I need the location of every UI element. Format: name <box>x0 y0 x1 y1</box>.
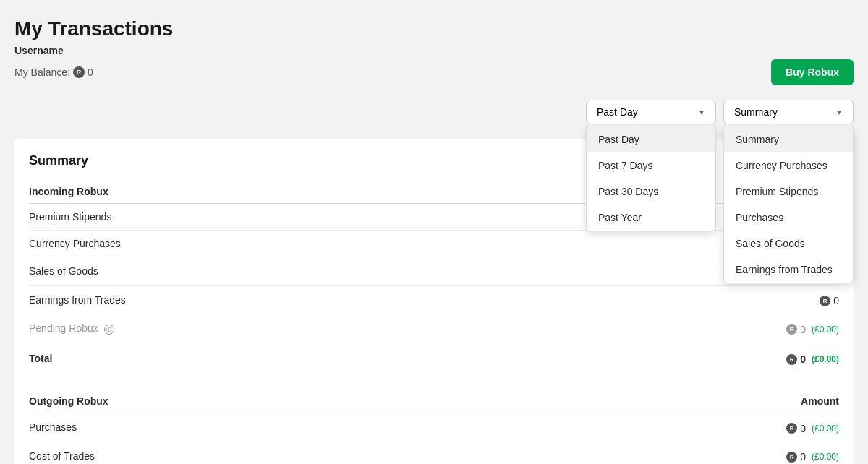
type-filter-wrapper: Summary ▼ Summary Currency Purchases Pre… <box>723 100 854 124</box>
robux-icon: R <box>786 324 797 335</box>
time-filter-wrapper: Past Day ▼ Past Day Past 7 Days Past 30 … <box>586 100 716 124</box>
type-filter-arrow-icon: ▼ <box>835 108 843 116</box>
table-row: Sales of Goods R 0 <box>29 257 839 286</box>
outgoing-section: Outgoing Robux Amount Purchases R 0 (£0.… <box>29 390 839 464</box>
buy-robux-button[interactable]: Buy Robux <box>771 59 854 85</box>
cost-of-trades-amount: R 0 (£0.00) <box>786 451 839 463</box>
filters-row: Past Day ▼ Past Day Past 7 Days Past 30 … <box>14 100 854 124</box>
pending-row: Pending Robux ⏱ R 0 (£0.00) <box>29 314 839 343</box>
purchases-currency: (£0.00) <box>812 424 839 434</box>
type-option-earnings-from-trades[interactable]: Earnings from Trades <box>724 257 853 283</box>
incoming-total-row: Total R 0 (£0.00) <box>29 343 839 372</box>
cost-of-trades-currency: (£0.00) <box>812 452 839 462</box>
balance-value: 0 <box>88 66 93 78</box>
time-option-past-30-days[interactable]: Past 30 Days <box>587 179 715 205</box>
incoming-total-value: R 0 (£0.00) <box>553 343 839 372</box>
time-option-past-year[interactable]: Past Year <box>587 205 715 231</box>
summary-title: Summary <box>29 153 839 168</box>
currency-purchases-label: Currency Purchases <box>29 231 553 257</box>
outgoing-header: Outgoing Robux <box>29 390 516 413</box>
incoming-total-number: 0 <box>800 353 806 365</box>
table-row: Currency Purchases <box>29 231 839 257</box>
incoming-total-currency: (£0.00) <box>812 354 839 364</box>
outgoing-amount-header: Amount <box>516 390 839 413</box>
incoming-table: Incoming Robux Premium Stipends Currency… <box>29 180 839 372</box>
type-option-premium-stipends[interactable]: Premium Stipends <box>724 179 853 205</box>
table-row: Purchases R 0 (£0.00) <box>29 413 839 442</box>
time-filter-menu: Past Day Past 7 Days Past 30 Days Past Y… <box>586 126 716 231</box>
cost-of-trades-number: 0 <box>800 451 806 463</box>
table-row: Earnings from Trades R 0 <box>29 285 839 314</box>
balance-label: My Balance: <box>14 66 70 78</box>
robux-icon: R <box>786 354 797 365</box>
cost-of-trades-value: R 0 (£0.00) <box>516 442 839 464</box>
pending-amount: R 0 (£0.00) <box>786 324 839 335</box>
earnings-from-trades-label: Earnings from Trades <box>29 285 553 314</box>
purchases-label: Purchases <box>29 413 516 442</box>
type-option-purchases[interactable]: Purchases <box>724 205 853 231</box>
clock-icon: ⏱ <box>104 325 114 335</box>
time-filter-selected: Past Day <box>597 106 638 118</box>
type-option-summary[interactable]: Summary <box>724 126 853 152</box>
sales-of-goods-label: Sales of Goods <box>29 257 553 286</box>
page-container: My Transactions Username My Balance: R 0… <box>0 0 868 464</box>
robux-icon: R <box>73 66 85 78</box>
robux-icon: R <box>786 423 797 434</box>
page-title: My Transactions <box>14 17 854 40</box>
premium-stipends-label: Premium Stipends <box>29 204 553 231</box>
incoming-total-label: Total <box>29 343 553 372</box>
pending-robux-label: Pending Robux ⏱ <box>29 314 553 343</box>
balance-row: My Balance: R 0 Buy Robux <box>14 59 854 85</box>
type-filter-menu: Summary Currency Purchases Premium Stipe… <box>723 126 854 283</box>
table-row: Cost of Trades R 0 (£0.00) <box>29 442 839 464</box>
type-filter-selected: Summary <box>734 106 778 118</box>
pending-currency: (£0.00) <box>812 325 839 335</box>
time-option-past-7-days[interactable]: Past 7 Days <box>587 152 715 179</box>
earnings-number: 0 <box>833 295 839 306</box>
purchases-amount: R 0 (£0.00) <box>786 423 839 434</box>
purchases-number: 0 <box>800 423 806 434</box>
type-option-currency-purchases[interactable]: Currency Purchases <box>724 152 853 179</box>
incoming-total-amount: R 0 (£0.00) <box>786 353 839 365</box>
incoming-section: Incoming Robux Premium Stipends Currency… <box>29 180 839 372</box>
time-filter-arrow-icon: ▼ <box>698 108 705 116</box>
cost-of-trades-label: Cost of Trades <box>29 442 516 464</box>
balance-text: My Balance: R 0 <box>14 66 93 78</box>
type-option-sales-of-goods[interactable]: Sales of Goods <box>724 231 853 257</box>
time-option-past-day[interactable]: Past Day <box>587 126 715 152</box>
time-filter-button[interactable]: Past Day ▼ <box>586 100 716 124</box>
incoming-header: Incoming Robux <box>29 180 553 204</box>
purchases-value: R 0 (£0.00) <box>516 413 839 442</box>
robux-icon: R <box>786 452 797 463</box>
pending-number: 0 <box>800 324 806 335</box>
outgoing-table: Outgoing Robux Amount Purchases R 0 (£0.… <box>29 390 839 464</box>
robux-icon: R <box>820 296 830 306</box>
username: Username <box>14 45 854 56</box>
earnings-from-trades-value: R 0 <box>553 285 839 314</box>
pending-robux-value: R 0 (£0.00) <box>553 314 839 343</box>
earnings-amount: R 0 <box>820 295 839 306</box>
table-row: Premium Stipends <box>29 204 839 231</box>
type-filter-button[interactable]: Summary ▼ <box>723 100 854 124</box>
